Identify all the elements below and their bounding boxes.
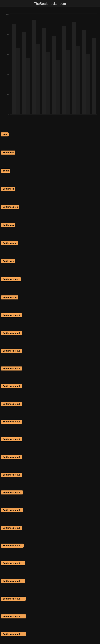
bottleneck-label-5[interactable]: Bottleneck res — [1, 205, 19, 209]
chart-area: 0 20 40 60 80 100 — [0, 7, 100, 126]
svg-rect-22 — [82, 30, 86, 114]
svg-text:100: 100 — [6, 13, 9, 15]
svg-rect-21 — [76, 46, 80, 114]
bottleneck-label-27[interactable]: Bottleneck result — [1, 597, 26, 601]
bottleneck-label-13[interactable]: Bottleneck result — [1, 349, 22, 353]
bottleneck-label-9[interactable]: Bottleneck resu — [1, 277, 21, 281]
bottleneck-label-18[interactable]: Bottleneck result — [1, 437, 22, 441]
bottleneck-results-container: Bott Bottleneck Bottle Bottleneck Bottle… — [0, 126, 100, 644]
bottleneck-label-17[interactable]: Bottleneck result — [1, 420, 22, 424]
svg-text:80: 80 — [7, 34, 9, 35]
svg-text:40: 40 — [7, 74, 9, 76]
bottleneck-label-8[interactable]: Bottleneck — [1, 259, 15, 263]
bottleneck-label-23[interactable]: Bottleneck result — [1, 526, 22, 530]
svg-rect-9 — [16, 48, 20, 114]
result-row-28: Bottleneck result — [0, 608, 100, 625]
bottleneck-label-20[interactable]: Bottleneck result — [1, 473, 22, 477]
svg-rect-12 — [32, 20, 36, 114]
result-row-24: Bottleneck result — [0, 537, 100, 554]
svg-rect-24 — [92, 38, 96, 114]
bottleneck-label-1[interactable]: Bott — [1, 132, 9, 136]
result-row-26: Bottleneck result — [0, 572, 100, 590]
result-row-16: Bottleneck result — [0, 395, 100, 413]
bottleneck-label-28[interactable]: Bottleneck result — [1, 614, 26, 618]
result-row-7: Bottleneck re — [0, 234, 100, 252]
bottleneck-label-15[interactable]: Bottleneck result — [1, 384, 22, 388]
bottleneck-label-7[interactable]: Bottleneck re — [1, 241, 18, 245]
bottleneck-label-10[interactable]: Bottleneck re — [1, 296, 18, 300]
result-row-12: Bottleneck result — [0, 324, 100, 342]
svg-rect-14 — [42, 28, 46, 114]
svg-text:60: 60 — [7, 54, 9, 55]
result-row-10: Bottleneck re — [0, 288, 100, 306]
result-row-14: Bottleneck result — [0, 360, 100, 377]
result-row-18: Bottleneck result — [0, 430, 100, 448]
bottleneck-label-21[interactable]: Bottleneck result — [1, 490, 23, 494]
svg-text:0: 0 — [8, 114, 9, 116]
svg-rect-11 — [26, 58, 30, 114]
bottleneck-label-12[interactable]: Bottleneck result — [1, 331, 22, 335]
svg-rect-13 — [36, 44, 40, 114]
result-row-17: Bottleneck result — [0, 413, 100, 430]
result-row-11: Bottleneck result — [0, 306, 100, 324]
bottleneck-label-11[interactable]: Bottleneck result — [1, 313, 22, 317]
result-row-22: Bottleneck result — [0, 501, 100, 519]
bottleneck-label-16[interactable]: Bottleneck result — [1, 402, 22, 406]
result-row-15: Bottleneck result — [0, 377, 100, 395]
svg-rect-10 — [22, 32, 26, 114]
bottleneck-label-22[interactable]: Bottleneck result — [1, 508, 23, 512]
bottleneck-label-3[interactable]: Bottle — [1, 169, 10, 173]
result-row-8: Bottleneck — [0, 252, 100, 270]
result-row-5: Bottleneck res — [0, 198, 100, 216]
bottleneck-label-24[interactable]: Bottleneck result — [1, 544, 24, 548]
result-row-25: Bottleneck result — [0, 554, 100, 572]
svg-rect-16 — [52, 36, 56, 114]
result-row-27: Bottleneck result — [0, 590, 100, 608]
result-row-21: Bottleneck result — [0, 484, 100, 501]
svg-rect-19 — [66, 50, 70, 114]
svg-rect-20 — [72, 22, 76, 114]
svg-rect-23 — [86, 54, 90, 114]
svg-rect-15 — [46, 52, 50, 114]
result-row-2: Bottleneck — [0, 144, 100, 162]
result-row-4: Bottleneck — [0, 180, 100, 198]
site-title: TheBottlenecker.com — [0, 0, 100, 6]
bottleneck-label-19[interactable]: Bottleneck result — [1, 455, 22, 459]
bottleneck-label-26[interactable]: Bottleneck result — [1, 579, 25, 583]
result-row-3: Bottle — [0, 162, 100, 180]
result-row-1: Bott — [0, 126, 100, 144]
result-row-29: Bottleneck result — [0, 625, 100, 643]
bottleneck-label-6[interactable]: Bottleneck — [1, 223, 15, 227]
chart-svg: 0 20 40 60 80 100 — [1, 8, 99, 122]
svg-text:20: 20 — [7, 94, 9, 96]
svg-rect-17 — [56, 60, 60, 114]
bottleneck-label-25[interactable]: Bottleneck result — [1, 561, 25, 565]
result-row-20: Bottleneck result — [0, 466, 100, 484]
svg-rect-18 — [62, 26, 66, 114]
bottleneck-label-14[interactable]: Bottleneck result — [1, 366, 22, 370]
bottleneck-label-2[interactable]: Bottleneck — [1, 150, 15, 154]
result-row-23: Bottleneck result — [0, 519, 100, 537]
result-row-13: Bottleneck result — [0, 342, 100, 360]
result-row-19: Bottleneck result — [0, 448, 100, 466]
bottleneck-label-4[interactable]: Bottleneck — [1, 187, 15, 191]
result-row-30: Bottleneck result — [0, 643, 100, 644]
bottleneck-label-29[interactable]: Bottleneck result — [1, 632, 26, 636]
result-row-9: Bottleneck resu — [0, 270, 100, 288]
result-row-6: Bottleneck — [0, 216, 100, 234]
svg-rect-8 — [12, 24, 16, 114]
